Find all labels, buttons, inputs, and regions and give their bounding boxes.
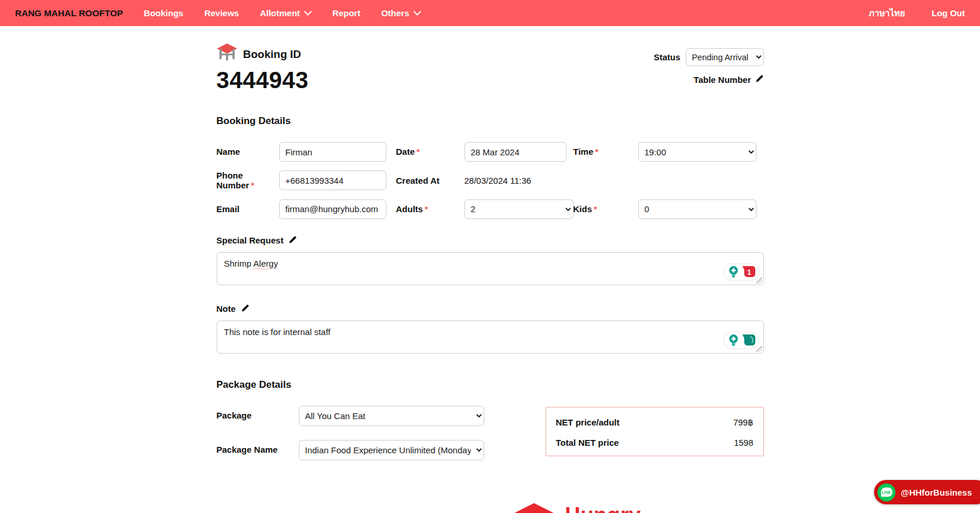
nav-item-label: Bookings — [144, 8, 183, 18]
booking-header: Booking ID 3444943 Status Pending Arriva… — [217, 43, 764, 93]
nav-item-report[interactable]: Report — [332, 8, 360, 18]
special-request-icon-pill: 1 — [723, 263, 759, 281]
bottom-row: Update Back Hungry Hub — [217, 503, 764, 513]
logo-text-line1: Hungry — [565, 506, 641, 513]
name-input[interactable] — [279, 142, 386, 162]
total-net-price-label: Total NET price — [556, 438, 619, 447]
label-text: Time — [573, 147, 594, 157]
chevron-down-icon — [414, 11, 421, 16]
kids-label: Kids* — [573, 204, 638, 214]
nav-item-label: Allotment — [260, 8, 300, 18]
booking-details-title: Booking Details — [217, 115, 764, 127]
net-price-adult-row: NET price/adult 799฿ — [556, 417, 754, 428]
table-number-row: Table Number — [654, 74, 764, 85]
package-select[interactable]: All You Can Eat — [299, 406, 484, 426]
booking-id-block: Booking ID 3444943 — [217, 43, 309, 93]
booking-id-value: 3444943 — [217, 67, 309, 93]
required-marker: * — [251, 180, 254, 190]
note-textarea[interactable]: This note is for internal staff — [217, 321, 764, 354]
nav-item-reviews[interactable]: Reviews — [204, 8, 239, 18]
total-net-price-value: 1598 — [734, 438, 753, 447]
comment-count-badge[interactable]: 1 — [741, 265, 755, 279]
phone-input[interactable] — [279, 170, 386, 190]
created-at-value: 28/03/2024 11:36 — [465, 176, 756, 185]
hungryhub-logo: Hungry Hub — [510, 503, 641, 513]
package-fields: Package All You Can Eat Package Name Ind… — [217, 406, 546, 474]
special-request-label-row: Special Request — [217, 235, 764, 246]
booking-id-title-row: Booking ID — [217, 43, 309, 65]
note-text: This note is for internal staff — [224, 327, 331, 337]
line-badge-label: @HHforBusiness — [901, 487, 972, 497]
package-label: Package — [217, 410, 299, 420]
table-logo-icon — [217, 43, 237, 65]
suggestion-lightbulb-icon[interactable] — [727, 265, 740, 278]
badge-count-text: 1 — [747, 268, 751, 276]
note-icon-pill — [723, 332, 759, 349]
main-content: Booking ID 3444943 Status Pending Arriva… — [217, 43, 764, 513]
hungryhub-logo-text: Hungry Hub — [565, 506, 641, 513]
nav-item-allotment[interactable]: Allotment — [260, 8, 312, 18]
date-input[interactable] — [465, 142, 566, 162]
footer-branding: Hungry Hub Restaurant Support 020966433 — [510, 503, 763, 513]
special-request-block: Special Request Shrimp Alergy — [217, 235, 764, 285]
line-chat-badge[interactable]: LINE @HHforBusiness — [874, 480, 980, 504]
required-marker: * — [425, 204, 428, 214]
package-details-section: Package Details Package All You Can Eat … — [217, 379, 764, 474]
package-row: Package All You Can Eat — [217, 406, 546, 426]
suggestion-lightbulb-icon[interactable] — [727, 334, 740, 347]
kids-select[interactable]: 0 — [638, 199, 756, 219]
name-label: Name — [217, 147, 279, 157]
nav-item-bookings[interactable]: Bookings — [144, 8, 183, 18]
time-select[interactable]: 19:00 — [638, 142, 756, 162]
label-text: Adults — [396, 204, 423, 214]
net-price-adult-value: 799฿ — [733, 417, 754, 428]
email-input[interactable] — [279, 199, 386, 219]
table-number-label: Table Number — [694, 75, 751, 85]
chat-bubble-icon[interactable] — [741, 333, 755, 347]
package-body: Package All You Can Eat Package Name Ind… — [217, 406, 764, 474]
status-label: Status — [654, 52, 681, 62]
package-details-title: Package Details — [217, 379, 764, 391]
resize-handle-icon[interactable] — [756, 346, 762, 352]
edit-pencil-icon[interactable] — [241, 304, 250, 314]
special-request-misspelled-word: Alergy — [253, 259, 278, 268]
booking-details-section: Booking Details Name Date* Time* 19:00 P… — [217, 115, 764, 354]
label-text: Created At — [396, 176, 440, 185]
status-block: Status Pending Arrival Table Number — [654, 43, 764, 85]
adults-select[interactable]: 2 — [465, 199, 573, 219]
line-icon-bubble: LINE — [881, 487, 893, 497]
package-name-select[interactable]: Indian Food Experience Unlimited (Monday — [299, 440, 484, 460]
table-logo-icon — [510, 503, 558, 513]
special-request-text: Shrimp — [224, 259, 254, 268]
line-icon: LINE — [877, 483, 895, 501]
top-navbar: RANG MAHAL ROOFTOP Bookings Reviews Allo… — [0, 0, 980, 26]
created-at-label: Created At — [396, 176, 465, 185]
label-text: Email — [217, 204, 240, 214]
label-text: Name — [217, 147, 240, 157]
time-label: Time* — [573, 147, 638, 157]
navbar-right: ภาษาไทย Log Out — [869, 6, 965, 20]
restaurant-brand[interactable]: RANG MAHAL ROOFTOP — [15, 8, 123, 19]
resize-handle-icon[interactable] — [756, 278, 762, 283]
chevron-down-icon — [304, 11, 312, 16]
required-marker: * — [595, 147, 598, 157]
status-row: Status Pending Arrival — [654, 48, 764, 66]
net-price-box: NET price/adult 799฿ Total NET price 159… — [546, 407, 764, 456]
logout-link[interactable]: Log Out — [932, 8, 965, 18]
special-request-textarea[interactable]: Shrimp Alergy 1 — [217, 252, 764, 285]
nav-item-label: Reviews — [204, 8, 239, 18]
special-request-label: Special Request — [217, 235, 284, 245]
nav-item-others[interactable]: Others — [381, 8, 420, 18]
label-text: Phone Number — [217, 170, 250, 190]
required-marker: * — [416, 147, 420, 157]
package-name-row: Package Name Indian Food Experience Unli… — [217, 440, 546, 460]
edit-pencil-icon[interactable] — [755, 74, 764, 85]
label-text: Date — [396, 147, 415, 157]
language-toggle[interactable]: ภาษาไทย — [869, 6, 905, 20]
net-price-adult-label: NET price/adult — [556, 417, 620, 428]
package-name-label: Package Name — [217, 445, 299, 454]
nav-item-label: Report — [332, 8, 360, 18]
edit-pencil-icon[interactable] — [288, 235, 297, 246]
status-select[interactable]: Pending Arrival — [686, 48, 764, 66]
note-label-row: Note — [217, 304, 764, 314]
